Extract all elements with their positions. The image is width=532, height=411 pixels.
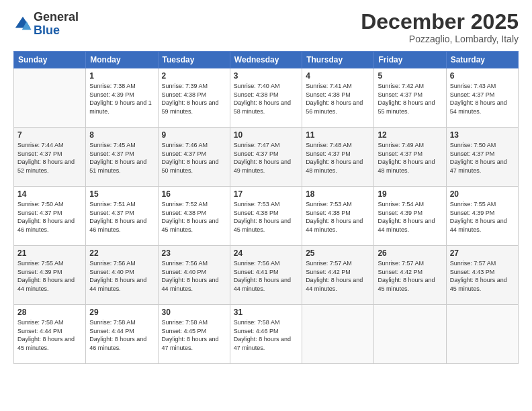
day-info: Sunrise: 7:56 AMSunset: 4:40 PMDaylight:… [162, 259, 226, 293]
location: Pozzaglio, Lombardy, Italy [361, 34, 519, 44]
calendar-cell: 18Sunrise: 7:53 AMSunset: 4:38 PMDayligh… [302, 187, 374, 246]
day-number: 24 [234, 248, 298, 258]
calendar-cell: 20Sunrise: 7:55 AMSunset: 4:39 PMDayligh… [446, 187, 518, 246]
calendar-cell: 10Sunrise: 7:47 AMSunset: 4:37 PMDayligh… [230, 128, 302, 187]
day-info: Sunrise: 7:57 AMSunset: 4:42 PMDaylight:… [378, 259, 442, 293]
day-number: 15 [89, 189, 154, 199]
day-info: Sunrise: 7:56 AMSunset: 4:41 PMDaylight:… [234, 259, 298, 293]
calendar-cell [302, 305, 374, 364]
calendar-cell: 26Sunrise: 7:57 AMSunset: 4:42 PMDayligh… [374, 246, 446, 305]
day-info: Sunrise: 7:58 AMSunset: 4:44 PMDaylight:… [89, 318, 154, 352]
calendar-cell [14, 68, 86, 128]
day-number: 23 [162, 248, 226, 258]
day-info: Sunrise: 7:54 AMSunset: 4:39 PMDaylight:… [378, 200, 442, 234]
calendar-cell: 3Sunrise: 7:40 AMSunset: 4:38 PMDaylight… [230, 68, 302, 128]
calendar-cell: 28Sunrise: 7:58 AMSunset: 4:44 PMDayligh… [14, 305, 86, 364]
day-info: Sunrise: 7:51 AMSunset: 4:37 PMDaylight:… [89, 200, 154, 234]
day-info: Sunrise: 7:47 AMSunset: 4:37 PMDaylight:… [234, 141, 298, 175]
day-number: 5 [378, 71, 442, 81]
day-info: Sunrise: 7:41 AMSunset: 4:38 PMDaylight:… [306, 82, 370, 116]
calendar: SundayMondayTuesdayWednesdayThursdayFrid… [13, 51, 519, 364]
day-number: 29 [89, 308, 154, 317]
calendar-cell: 9Sunrise: 7:46 AMSunset: 4:37 PMDaylight… [158, 128, 230, 187]
calendar-cell: 14Sunrise: 7:50 AMSunset: 4:37 PMDayligh… [14, 187, 86, 246]
day-number: 10 [234, 130, 298, 140]
day-info: Sunrise: 7:49 AMSunset: 4:37 PMDaylight:… [378, 141, 442, 175]
day-number: 8 [89, 130, 154, 140]
day-number: 9 [162, 130, 226, 140]
day-number: 17 [234, 189, 298, 199]
day-info: Sunrise: 7:39 AMSunset: 4:38 PMDaylight:… [162, 82, 226, 116]
day-number: 11 [306, 130, 370, 140]
day-info: Sunrise: 7:55 AMSunset: 4:39 PMDaylight:… [17, 259, 82, 293]
calendar-cell: 24Sunrise: 7:56 AMSunset: 4:41 PMDayligh… [230, 246, 302, 305]
calendar-body: 1Sunrise: 7:38 AMSunset: 4:39 PMDaylight… [14, 68, 519, 364]
day-number: 3 [234, 71, 298, 81]
day-info: Sunrise: 7:50 AMSunset: 4:37 PMDaylight:… [17, 200, 82, 234]
day-info: Sunrise: 7:50 AMSunset: 4:37 PMDaylight:… [450, 141, 515, 175]
day-info: Sunrise: 7:42 AMSunset: 4:37 PMDaylight:… [378, 82, 442, 116]
calendar-cell: 6Sunrise: 7:43 AMSunset: 4:37 PMDaylight… [446, 68, 518, 128]
calendar-cell: 17Sunrise: 7:53 AMSunset: 4:38 PMDayligh… [230, 187, 302, 246]
week-row-5: 28Sunrise: 7:58 AMSunset: 4:44 PMDayligh… [14, 305, 519, 364]
day-info: Sunrise: 7:44 AMSunset: 4:37 PMDaylight:… [17, 141, 82, 175]
day-number: 1 [89, 71, 154, 81]
calendar-cell: 22Sunrise: 7:56 AMSunset: 4:40 PMDayligh… [86, 246, 158, 305]
logo-icon [13, 15, 32, 34]
day-info: Sunrise: 7:48 AMSunset: 4:37 PMDaylight:… [306, 141, 370, 175]
calendar-cell: 25Sunrise: 7:57 AMSunset: 4:42 PMDayligh… [302, 246, 374, 305]
calendar-cell [374, 305, 446, 364]
day-number: 16 [162, 189, 226, 199]
day-number: 7 [17, 130, 82, 140]
calendar-cell: 30Sunrise: 7:58 AMSunset: 4:45 PMDayligh… [158, 305, 230, 364]
day-number: 21 [17, 248, 82, 258]
week-row-1: 1Sunrise: 7:38 AMSunset: 4:39 PMDaylight… [14, 68, 519, 128]
day-number: 22 [89, 248, 154, 258]
calendar-cell: 1Sunrise: 7:38 AMSunset: 4:39 PMDaylight… [86, 68, 158, 128]
header: GeneralBlue December 2025 Pozzaglio, Lom… [13, 11, 519, 44]
calendar-cell: 29Sunrise: 7:58 AMSunset: 4:44 PMDayligh… [86, 305, 158, 364]
day-number: 18 [306, 189, 370, 199]
day-header-friday: Friday [374, 52, 446, 68]
month-title: December 2025 [361, 11, 519, 32]
day-info: Sunrise: 7:58 AMSunset: 4:46 PMDaylight:… [234, 318, 298, 352]
calendar-cell: 15Sunrise: 7:51 AMSunset: 4:37 PMDayligh… [86, 187, 158, 246]
day-header-thursday: Thursday [302, 52, 374, 68]
logo: GeneralBlue [13, 11, 79, 38]
day-number: 27 [450, 248, 515, 258]
calendar-cell: 21Sunrise: 7:55 AMSunset: 4:39 PMDayligh… [14, 246, 86, 305]
calendar-cell: 13Sunrise: 7:50 AMSunset: 4:37 PMDayligh… [446, 128, 518, 187]
week-row-2: 7Sunrise: 7:44 AMSunset: 4:37 PMDaylight… [14, 128, 519, 187]
day-header-saturday: Saturday [446, 52, 518, 68]
calendar-cell: 8Sunrise: 7:45 AMSunset: 4:37 PMDaylight… [86, 128, 158, 187]
calendar-cell: 19Sunrise: 7:54 AMSunset: 4:39 PMDayligh… [374, 187, 446, 246]
day-number: 6 [450, 71, 515, 81]
day-number: 14 [17, 189, 82, 199]
day-info: Sunrise: 7:56 AMSunset: 4:40 PMDaylight:… [89, 259, 154, 293]
day-number: 4 [306, 71, 370, 81]
calendar-cell: 12Sunrise: 7:49 AMSunset: 4:37 PMDayligh… [374, 128, 446, 187]
calendar-cell: 2Sunrise: 7:39 AMSunset: 4:38 PMDaylight… [158, 68, 230, 128]
calendar-cell [446, 305, 518, 364]
calendar-cell: 27Sunrise: 7:57 AMSunset: 4:43 PMDayligh… [446, 246, 518, 305]
day-info: Sunrise: 7:52 AMSunset: 4:38 PMDaylight:… [162, 200, 226, 234]
day-header-tuesday: Tuesday [158, 52, 230, 68]
day-header-wednesday: Wednesday [230, 52, 302, 68]
day-info: Sunrise: 7:45 AMSunset: 4:37 PMDaylight:… [89, 141, 154, 175]
day-info: Sunrise: 7:46 AMSunset: 4:37 PMDaylight:… [162, 141, 226, 175]
day-info: Sunrise: 7:53 AMSunset: 4:38 PMDaylight:… [306, 200, 370, 234]
day-number: 30 [162, 308, 226, 317]
calendar-cell: 7Sunrise: 7:44 AMSunset: 4:37 PMDaylight… [14, 128, 86, 187]
week-row-3: 14Sunrise: 7:50 AMSunset: 4:37 PMDayligh… [14, 187, 519, 246]
day-header-sunday: Sunday [14, 52, 86, 68]
day-number: 28 [17, 308, 82, 317]
calendar-cell: 5Sunrise: 7:42 AMSunset: 4:37 PMDaylight… [374, 68, 446, 128]
day-number: 25 [306, 248, 370, 258]
page: GeneralBlue December 2025 Pozzaglio, Lom… [0, 0, 532, 411]
day-number: 19 [378, 189, 442, 199]
day-info: Sunrise: 7:58 AMSunset: 4:44 PMDaylight:… [17, 318, 82, 352]
logo-text: GeneralBlue [34, 11, 79, 38]
day-number: 26 [378, 248, 442, 258]
week-row-4: 21Sunrise: 7:55 AMSunset: 4:39 PMDayligh… [14, 246, 519, 305]
calendar-cell: 11Sunrise: 7:48 AMSunset: 4:37 PMDayligh… [302, 128, 374, 187]
